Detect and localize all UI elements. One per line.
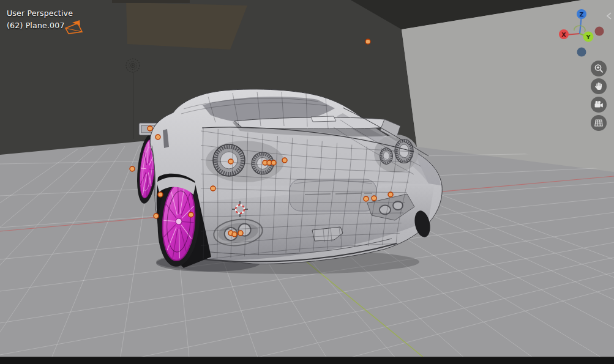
origin-dot[interactable] <box>189 212 193 217</box>
navigation-gizmo[interactable]: X Y Z <box>554 6 610 62</box>
camera-body <box>595 103 601 107</box>
viewport-scene[interactable] <box>0 0 614 364</box>
origin-dot[interactable] <box>365 39 370 44</box>
camera-reel <box>598 101 601 103</box>
origin-dot[interactable] <box>282 158 287 163</box>
origin-dot[interactable] <box>211 186 215 191</box>
origin-dot[interactable] <box>238 231 243 236</box>
gizmo-axis-x-negative[interactable] <box>595 27 604 36</box>
chevron-left-icon <box>607 13 611 19</box>
hand-icon <box>594 81 604 91</box>
origin-dot[interactable] <box>372 196 376 201</box>
light-center-dot <box>132 65 134 67</box>
grid-lines <box>595 120 602 126</box>
mesh-plane-icon <box>63 18 84 37</box>
hand-palm <box>596 86 602 90</box>
gizmo-axis-y[interactable] <box>583 32 594 42</box>
origin-dot[interactable] <box>148 126 152 131</box>
camera-icon <box>594 100 604 110</box>
status-bar <box>0 357 614 364</box>
zoom-button[interactable] <box>591 61 607 76</box>
ceiling-panel[interactable] <box>126 2 247 50</box>
view-mode-label: User Perspective <box>7 9 73 18</box>
gizmo-axis-x[interactable] <box>559 29 569 39</box>
collapse-panel-icon[interactable] <box>605 12 613 20</box>
camera-view-button[interactable] <box>591 97 607 113</box>
origin-dot[interactable] <box>130 166 135 171</box>
plane-diagonal <box>66 28 82 32</box>
magnifier-plus-icon <box>594 64 604 73</box>
spoiler-pad <box>311 116 336 122</box>
active-object-label: (62) Plane.007 <box>7 21 65 30</box>
camera-lens <box>601 103 603 108</box>
origin-dot[interactable] <box>232 232 237 237</box>
grid-icon <box>594 118 604 128</box>
origin-dot[interactable] <box>158 192 163 197</box>
blender-3d-viewport[interactable]: User Perspective (62) Plane.007 X Y Z <box>0 0 614 364</box>
hub-cap <box>176 218 182 225</box>
gizmo-axis-z[interactable] <box>577 9 586 19</box>
origin-dot[interactable] <box>154 214 159 218</box>
magnifier-handle <box>600 70 602 72</box>
gizmo-axis-z-negative[interactable] <box>577 48 586 57</box>
camera-reel <box>596 101 598 103</box>
origin-dot[interactable] <box>364 196 369 201</box>
origin-dot[interactable] <box>155 135 160 139</box>
origin-dot[interactable] <box>271 160 276 165</box>
origin-dot[interactable] <box>228 159 233 164</box>
ceiling-panel-edge <box>112 0 190 3</box>
projection-toggle-button[interactable] <box>591 115 607 131</box>
pan-button[interactable] <box>591 78 607 94</box>
origin-dot[interactable] <box>388 192 393 197</box>
